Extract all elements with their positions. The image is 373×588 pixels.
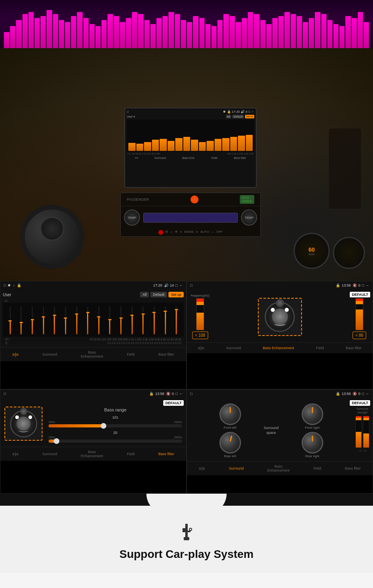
setup-btn[interactable]: Set up xyxy=(168,292,184,297)
surround-active-label: Surround xyxy=(229,466,243,470)
tab-eq-3[interactable]: ≡|≡ xyxy=(10,451,21,457)
eq-banner-bar xyxy=(168,12,174,48)
headunit-eq-bar xyxy=(152,140,159,151)
status-volume: 🔊 xyxy=(164,283,168,287)
eq-icon-2: ≡|≡ xyxy=(198,346,204,350)
eq-banner-bar xyxy=(315,12,320,48)
headunit-eq-bar xyxy=(168,141,175,151)
eq-banner-bar xyxy=(34,18,40,48)
eq-bar-wrap xyxy=(116,304,126,336)
svg-rect-2 xyxy=(182,528,186,531)
right-freq-value[interactable]: < 86 xyxy=(353,332,366,339)
eq-banner-bar xyxy=(120,22,125,48)
slider2-value: 20 xyxy=(49,431,182,435)
status-lock-3: 🔒 xyxy=(149,392,154,396)
q-values: 2.0 2.0 2.0 2.0 2.0 2.0 2.0 2.0 2.0 2.0 … xyxy=(107,342,181,344)
headunit-eq-bar xyxy=(222,138,229,151)
tab-bass-4[interactable]: BassEnhancement xyxy=(265,464,292,473)
tab-eq-2[interactable]: ≡|≡ xyxy=(195,345,207,351)
rear-left-knob[interactable] xyxy=(219,432,241,454)
eq-bar-wrap xyxy=(39,304,49,336)
vu-label-2: -40 xyxy=(363,450,367,452)
slider1-value: 101 xyxy=(49,415,182,419)
tab-surround-3[interactable]: Surround xyxy=(40,451,59,457)
tab-surround-4[interactable]: Surround xyxy=(226,466,246,471)
status-mute-4: 🔇 xyxy=(353,392,357,396)
eq-banner-bar xyxy=(327,20,332,48)
tab-surround-2[interactable]: Surround xyxy=(224,345,243,351)
tab-bassfilter-3[interactable]: Bass filter xyxy=(156,451,177,457)
tab-bass-1[interactable]: BassEnhancement xyxy=(79,350,106,359)
tab-field-4[interactable]: Field xyxy=(311,466,324,471)
default-btn[interactable]: Default xyxy=(150,292,167,297)
status-lock-4: 🔒 xyxy=(336,392,340,396)
tab-eq-4[interactable]: ≡|≡ xyxy=(197,465,208,472)
status-win-3: □ xyxy=(176,392,178,396)
status-bar-3: □ 🔒 13:58 🔇 0 □ ← xyxy=(0,390,186,398)
eq-banner-bar xyxy=(266,24,272,48)
eq-bar-wrap xyxy=(83,304,93,336)
slider1-min: 20Hz xyxy=(49,421,55,423)
user-label[interactable]: User xyxy=(3,293,11,297)
tab-field-1[interactable]: Field xyxy=(124,352,137,357)
tab-surround-1[interactable]: Surround xyxy=(40,352,59,357)
headunit-eq-bar xyxy=(144,142,151,151)
eq-banner-bar xyxy=(83,18,89,48)
status-back-3: ← xyxy=(179,392,183,396)
rear-right-knob-wrap: Rear right xyxy=(272,432,352,458)
tab-bass-2[interactable]: Bass Enhancement xyxy=(260,345,296,351)
eq-banner-bar xyxy=(309,18,314,48)
left-freq-value[interactable]: < 108 xyxy=(192,332,208,339)
rear-right-label: Rear right xyxy=(305,454,319,458)
tab-bass-3[interactable]: BassEnhancement xyxy=(79,449,106,459)
tab-bassfilter-4[interactable]: Bass filter xyxy=(343,466,363,471)
eq-banner-bar xyxy=(156,18,162,48)
default-badge-2: DEFAULT xyxy=(350,292,370,297)
status-lock: 🔒 xyxy=(17,283,21,287)
tab-eq-1[interactable]: ≡|≡ xyxy=(10,351,21,358)
eq-bar-wrap xyxy=(50,304,60,336)
rear-right-knob[interactable] xyxy=(302,432,323,454)
eq-banner-bar xyxy=(333,24,339,48)
eq-banner-bar xyxy=(345,16,351,48)
usb-carplay-icon xyxy=(178,522,195,542)
eq-banner-bar xyxy=(144,20,150,48)
eq-banner-bar xyxy=(95,26,101,48)
eq-bar-wrap xyxy=(160,304,170,336)
status-battery-1: 14 xyxy=(170,283,174,287)
slider1-track[interactable] xyxy=(49,424,182,427)
tab-field-2[interactable]: Field xyxy=(314,345,326,351)
bottom-tabs-2: ≡|≡ Surround Bass Enhancement Field Bass… xyxy=(187,342,373,353)
all-btn[interactable]: All xyxy=(140,292,149,297)
svg-point-3 xyxy=(189,528,192,531)
eq-bar-wrap xyxy=(149,304,159,336)
eq-banner-bar xyxy=(193,16,198,48)
eq-banner-bar xyxy=(339,26,345,48)
slider2-track[interactable] xyxy=(49,439,182,443)
surround-vu-panel: Rear hornSurroundstrength xyxy=(355,401,369,458)
bottom-section: Support Car-play System xyxy=(0,506,373,573)
tab-field-3[interactable]: Field xyxy=(124,451,137,457)
status-bat-3: 0 xyxy=(172,392,174,396)
rear-left-label: Rear left xyxy=(224,454,236,458)
eq-banner-bar xyxy=(181,20,186,48)
surround-label: Surround xyxy=(42,352,57,356)
front-left-knob-wrap: Front left xyxy=(190,403,270,429)
tab-bassfilter-2[interactable]: Bass filter xyxy=(343,345,364,351)
status-time-2: 13:58 xyxy=(342,283,351,287)
eq-banner-bar xyxy=(272,18,278,48)
front-right-knob[interactable] xyxy=(302,403,323,425)
headunit-eq-bar xyxy=(207,141,214,151)
eq-banner-bar xyxy=(16,20,21,48)
headunit-eq-bar xyxy=(199,142,206,151)
eq-banner-bar xyxy=(28,12,34,48)
headunit-eq-bar xyxy=(136,144,144,151)
bass-speaker-visual xyxy=(4,402,45,443)
eq-bar-wrap xyxy=(5,304,15,336)
tab-bassfilter-1[interactable]: Bass filter xyxy=(156,352,177,357)
front-left-knob[interactable] xyxy=(219,403,241,425)
status-bat-2: 0 xyxy=(359,283,361,287)
status-back-2: ← xyxy=(366,283,369,287)
slider2-min: 20Hz xyxy=(49,436,55,439)
eq-top-row: User All Default Set up xyxy=(3,292,184,297)
